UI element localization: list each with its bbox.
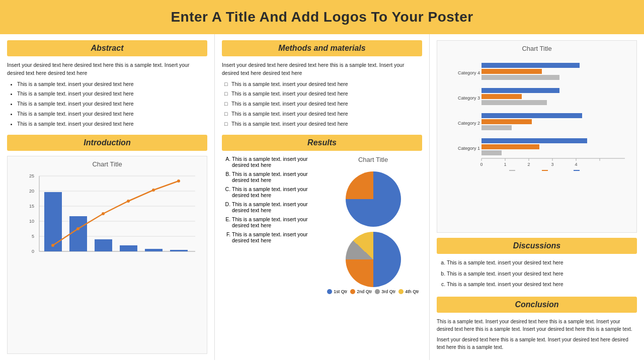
- list-item: This is a sample text. insert your desir…: [224, 80, 422, 88]
- list-item: This is a sample text. insert your desir…: [224, 90, 422, 98]
- svg-rect-14: [44, 192, 62, 251]
- svg-text:Series 1: Series 1: [581, 170, 596, 171]
- legend-color-1: [327, 289, 332, 294]
- svg-text:Series 2: Series 2: [549, 170, 565, 171]
- svg-rect-56: [542, 170, 548, 171]
- list-item: This is a sample text. insert your desir…: [447, 259, 637, 267]
- list-item: This is a sample text. insert your desir…: [17, 120, 207, 128]
- discussions-body: This is a sample text. insert your desir…: [437, 259, 637, 292]
- methods-body: Insert your desired text here desired te…: [222, 61, 422, 130]
- methods-text: Insert your desired text here desired te…: [222, 61, 422, 77]
- svg-rect-41: [481, 150, 502, 155]
- results-alpha-list: This is a sample text. insert your desir…: [222, 156, 320, 243]
- svg-rect-54: [509, 170, 515, 171]
- svg-rect-17: [120, 245, 137, 251]
- introduction-chart: Chart Title 25 20 15 10 5 0: [7, 156, 207, 354]
- results-chart-title: Chart Title: [358, 156, 388, 163]
- column-1: Abstract Insert your desired text here d…: [0, 34, 215, 360]
- abstract-header: Abstract: [7, 40, 207, 56]
- list-item: This is a sample text. insert your desir…: [17, 110, 207, 118]
- bar-chart-title: Chart Title: [441, 45, 632, 52]
- discussions-list: This is a sample text. insert your desir…: [437, 259, 637, 289]
- svg-text:3: 3: [551, 162, 553, 167]
- svg-rect-32: [481, 75, 559, 80]
- list-item: This is a sample text. insert your desir…: [224, 110, 422, 118]
- svg-rect-34: [481, 94, 522, 99]
- abstract-bullet-list: This is a sample text. insert your desir…: [7, 80, 207, 128]
- pie-chart-svg: [341, 166, 406, 232]
- svg-text:0: 0: [32, 249, 34, 254]
- list-item: This is a sample text. insert your desir…: [447, 281, 637, 289]
- results-list: This is a sample text. insert your desir…: [222, 156, 320, 294]
- header-title: Enter A Title And Add Logos To Your Post…: [171, 9, 473, 25]
- svg-point-22: [102, 212, 105, 215]
- svg-rect-33: [481, 88, 559, 93]
- list-item: This is a sample text. insert your desir…: [224, 100, 422, 108]
- svg-text:Category 2: Category 2: [458, 121, 480, 126]
- svg-rect-35: [481, 100, 547, 105]
- svg-rect-58: [574, 170, 580, 171]
- legend-item-1: 1st Qtr: [327, 289, 347, 294]
- svg-rect-37: [481, 119, 532, 124]
- abstract-text: Insert your desired text here desired te…: [7, 61, 207, 77]
- list-item: This is a sample text. insert your desir…: [17, 80, 207, 88]
- legend-label-3: 3rd Qtr: [381, 289, 395, 294]
- svg-point-21: [76, 227, 79, 230]
- svg-rect-40: [481, 144, 539, 149]
- legend-item-2: 2nd Qtr: [350, 289, 372, 294]
- results-content: This is a sample text. insert your desir…: [222, 156, 422, 294]
- svg-text:4: 4: [575, 162, 577, 167]
- legend-color-4: [398, 289, 404, 294]
- svg-text:Series 3: Series 3: [517, 170, 532, 171]
- legend-label-2: 2nd Qtr: [357, 289, 372, 294]
- column-3: Chart Title Category 4 Category 3 Catego…: [430, 34, 644, 360]
- legend-color-3: [375, 289, 380, 294]
- svg-text:Category 4: Category 4: [458, 70, 480, 75]
- list-item: This is a sample text. insert your desir…: [17, 90, 207, 98]
- svg-rect-39: [481, 138, 587, 143]
- list-item: This is a sample text. insert your desir…: [232, 201, 320, 213]
- svg-text:5: 5: [32, 234, 34, 239]
- list-item: This is a sample text. insert your desir…: [232, 156, 320, 168]
- svg-text:Category 1: Category 1: [458, 146, 480, 151]
- svg-text:0: 0: [480, 162, 482, 167]
- page-header: Enter A Title And Add Logos To Your Post…: [0, 0, 644, 34]
- svg-rect-31: [481, 69, 542, 74]
- horizontal-bar-chart-svg: Category 4 Category 3 Category 2 Categor…: [441, 55, 632, 171]
- list-item: This is a sample text. insert your desir…: [224, 120, 422, 128]
- list-item: This is a sample text. insert your desir…: [232, 171, 320, 183]
- legend-label-1: 1st Qtr: [334, 289, 347, 294]
- svg-point-20: [51, 244, 54, 247]
- list-item: This is a sample text. insert your desir…: [447, 270, 637, 278]
- results-header: Results: [222, 135, 422, 151]
- methods-header: Methods and materials: [222, 40, 422, 56]
- pie-legend: 1st Qtr 2nd Qtr 3rd Qtr 4th Qtr: [327, 289, 419, 294]
- conclusion-header: Conclusion: [437, 297, 637, 313]
- abstract-body: Insert your desired text here desired te…: [7, 61, 207, 130]
- line-bar-chart-svg: 25 20 15 10 5 0: [12, 171, 203, 264]
- svg-rect-18: [145, 249, 163, 251]
- list-item: This is a sample text. insert your desir…: [232, 216, 320, 228]
- svg-point-25: [177, 179, 180, 183]
- svg-text:25: 25: [29, 173, 34, 178]
- svg-rect-30: [481, 63, 580, 68]
- legend-item-3: 3rd Qtr: [375, 289, 395, 294]
- svg-text:2: 2: [527, 162, 530, 167]
- legend-item-4: 4th Qtr: [398, 289, 419, 294]
- conclusion-body: This is a sample text. Insert your desir…: [437, 318, 637, 354]
- bar-chart-container: Chart Title Category 4 Category 3 Catego…: [437, 40, 637, 233]
- svg-text:20: 20: [29, 189, 34, 194]
- svg-text:15: 15: [29, 204, 34, 209]
- svg-point-23: [127, 200, 130, 203]
- intro-chart-title: Chart Title: [12, 160, 203, 168]
- discussions-header: Discussions: [437, 238, 637, 254]
- svg-rect-16: [95, 239, 112, 251]
- conclusion-para-2: Insert your desired text here this is a …: [437, 336, 637, 351]
- svg-rect-19: [170, 250, 188, 251]
- svg-text:10: 10: [29, 219, 34, 224]
- svg-text:Category 3: Category 3: [458, 96, 480, 101]
- svg-rect-38: [481, 125, 512, 130]
- introduction-header: Introduction: [7, 135, 207, 151]
- conclusion-para-1: This is a sample text. Insert your desir…: [437, 318, 637, 333]
- svg-text:1: 1: [504, 162, 506, 167]
